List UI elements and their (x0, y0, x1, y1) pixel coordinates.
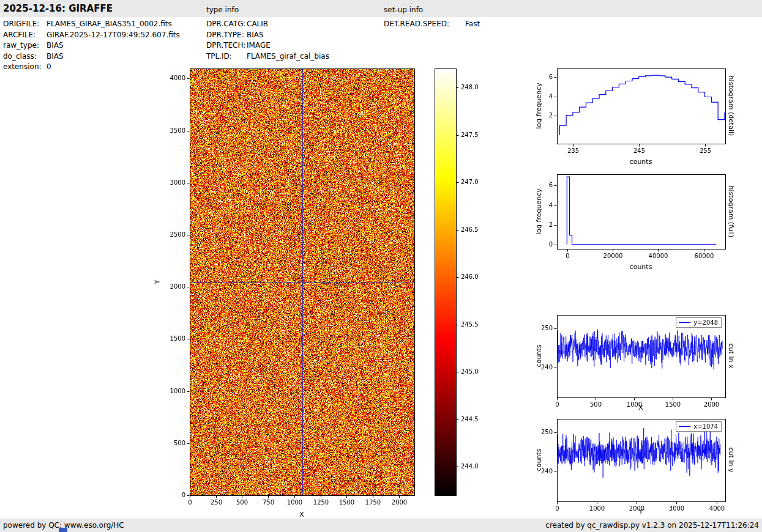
rawtype-value: BIAS (47, 41, 64, 50)
tpl-id-label: TPL.ID: (206, 51, 247, 62)
doclass-value: BIAS (47, 52, 64, 61)
hist-full-x-axis-label: counts (630, 263, 652, 271)
read-speed-label: DET.READ.SPEED: (384, 19, 465, 30)
arcfile-value: GIRAF.2025-12-17T09:49:52.607.fits (47, 31, 180, 39)
meta-row-rawtype: raw_type:BIAS (3, 40, 180, 51)
dpr-type-label: DPR.TYPE: (206, 30, 247, 41)
type-info-block: DPR.CATG:CALIB DPR.TYPE:BIAS DPR.TECH:IM… (206, 19, 329, 62)
dpr-tech-label: DPR.TECH: (206, 40, 247, 51)
meta-row-read-speed: DET.READ.SPEED:Fast (384, 19, 480, 30)
cut-x-side-label: cut in x (727, 344, 735, 369)
header-bar (0, 0, 762, 17)
cut-in-y-plot (529, 412, 741, 517)
arcfile-label: ARCFILE: (3, 30, 47, 41)
dpr-type-value: BIAS (247, 31, 264, 39)
hist-detail-x-axis-label: counts (630, 158, 652, 166)
footer-bar: powered by QC: www.eso.org/HC created by… (0, 519, 762, 532)
hist-detail-side-label: histogram (detail) (727, 76, 735, 136)
origfile-label: ORIGFILE: (3, 19, 47, 30)
histogram-detail-plot (529, 61, 741, 164)
hist-full-side-label: histogram (full) (727, 186, 735, 238)
doclass-label: do_class: (3, 51, 47, 62)
extension-label: extension: (3, 62, 47, 73)
cut-y-x-axis-label: Y (639, 508, 643, 515)
footer-created-by: created by qc_rawdisp.py v1.2.3 on 2025-… (545, 521, 759, 530)
meta-row-dpr-catg: DPR.CATG:CALIB (206, 19, 329, 30)
cut-y-y-axis-label: counts (535, 449, 543, 471)
dpr-catg-label: DPR.CATG: (206, 19, 247, 30)
meta-row-dpr-tech: DPR.TECH:IMAGE (206, 40, 329, 51)
meta-row-origfile: ORIGFILE:FLAMES_GIRAF_BIAS351_0002.fits (3, 19, 180, 30)
footer-link-marker (59, 528, 67, 532)
meta-row-tpl-id: TPL.ID:FLAMES_giraf_cal_bias (206, 51, 329, 62)
extension-value: 0 (47, 62, 51, 71)
colorbar (428, 61, 496, 517)
meta-row-dpr-type: DPR.TYPE:BIAS (206, 30, 329, 41)
hist-full-y-axis-label: log frequency (535, 188, 543, 234)
setup-info-block: DET.READ.SPEED:Fast (384, 19, 480, 30)
histogram-full-plot (529, 167, 741, 270)
page-title: 2025-12-16: GIRAFFE (3, 3, 113, 14)
dpr-tech-value: IMAGE (247, 41, 271, 50)
dpr-catg-value: CALIB (247, 20, 268, 28)
rawtype-label: raw_type: (3, 40, 47, 51)
cut-y-side-label: cut in y (727, 448, 735, 473)
tpl-id-value: FLAMES_giraf_cal_bias (247, 52, 329, 61)
origfile-value: FLAMES_GIRAF_BIAS351_0002.fits (47, 20, 172, 28)
setup-info-section-label: set-up info (384, 6, 423, 14)
read-speed-value: Fast (465, 20, 480, 28)
meta-row-arcfile: ARCFILE:GIRAF.2025-12-17T09:49:52.607.fi… (3, 30, 180, 41)
meta-row-doclass: do_class:BIAS (3, 51, 180, 62)
image-x-axis-label: X (299, 511, 304, 519)
cut-in-x-plot (529, 308, 741, 413)
bias-image-plot (144, 61, 425, 517)
hist-detail-y-axis-label: log frequency (535, 83, 543, 128)
cut-x-y-axis-label: counts (535, 345, 543, 368)
image-y-axis-label: Y (154, 280, 162, 284)
type-info-section-label: type info (206, 6, 239, 14)
cut-x-x-axis-label: X (638, 404, 643, 412)
